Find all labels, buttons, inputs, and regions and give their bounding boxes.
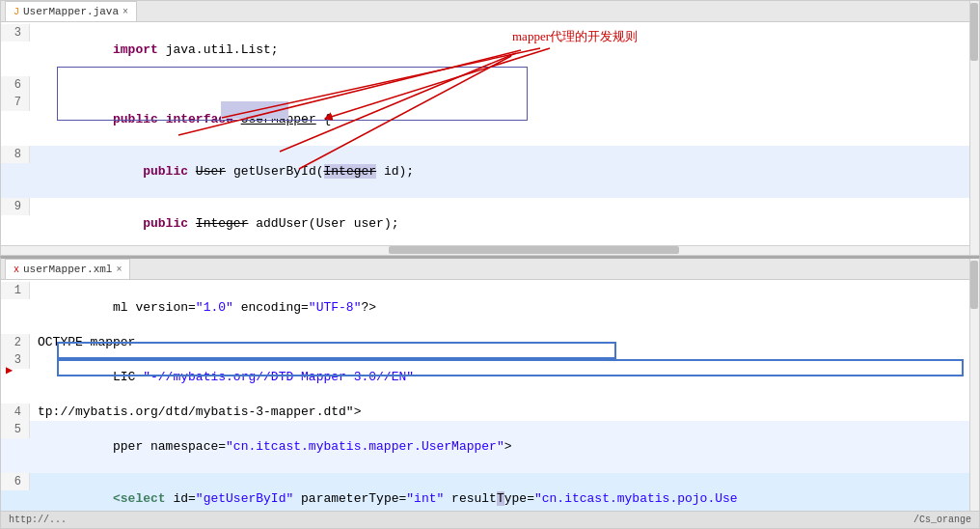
xml-tab-icon: x bbox=[14, 264, 19, 275]
java-editor-panel: J UserMapper.java × mapper代理的开发规则 3 impo… bbox=[0, 0, 980, 256]
xml-line-4: 4 tp://mybatis.org/dtd/mybatis-3-mapper.… bbox=[1, 404, 979, 421]
xml-scrollbar[interactable] bbox=[969, 259, 979, 528]
java-tab-label: UserMapper.java bbox=[23, 6, 119, 17]
xml-line-5: 5 pper namespace="cn.itcast.mybatis.mapp… bbox=[1, 421, 979, 473]
java-line-9: 9 public Integer addUser(User user); bbox=[1, 198, 979, 250]
java-line-7: 7 public interface UserMapper { bbox=[1, 94, 979, 146]
java-code-area: 3 import java.util.List; 6 7 public inte… bbox=[1, 22, 979, 256]
line-indicator-arrow: ▶ bbox=[6, 363, 13, 377]
xml-line-1: 1 ml version="1.0" encoding="UTF-8"?> bbox=[1, 282, 979, 334]
java-line-3: 3 import java.util.List; bbox=[1, 24, 979, 76]
status-url: http://... bbox=[9, 515, 67, 525]
status-path: /Cs_orange bbox=[913, 515, 971, 525]
java-tab[interactable]: J UserMapper.java × bbox=[5, 1, 137, 21]
xml-editor-panel: x userMapper.xml × ▶ 1 ml version="1.0" … bbox=[0, 256, 980, 529]
xml-tab-close[interactable]: × bbox=[116, 264, 122, 275]
java-scrollbar[interactable] bbox=[969, 1, 979, 255]
java-tab-bar: J UserMapper.java × bbox=[1, 1, 979, 22]
xml-tab-label: userMapper.xml bbox=[23, 264, 112, 275]
xml-tab-bar: x userMapper.xml × bbox=[1, 259, 979, 280]
java-line-6: 6 bbox=[1, 76, 979, 94]
java-tab-close[interactable]: × bbox=[122, 7, 128, 17]
xml-line-2: 2 OCTYPE mapper bbox=[1, 334, 979, 351]
java-tab-icon: J bbox=[14, 7, 19, 17]
status-bar: http://... /Cs_orange bbox=[1, 511, 979, 528]
xml-tab[interactable]: x userMapper.xml × bbox=[5, 259, 130, 279]
xml-code-area: 1 ml version="1.0" encoding="UTF-8"?> 2 … bbox=[1, 280, 979, 529]
java-scrollbar-thumb[interactable] bbox=[970, 3, 978, 61]
java-hscrollbar[interactable] bbox=[1, 245, 969, 255]
xml-scrollbar-thumb[interactable] bbox=[970, 261, 978, 309]
java-line-8: 8 public User getUserById(Integer id); bbox=[1, 146, 979, 198]
java-hscrollbar-thumb[interactable] bbox=[389, 246, 679, 254]
xml-line-3: 3 LIC "-//mybatis.org//DTD Mapper 3.0//E… bbox=[1, 351, 979, 404]
